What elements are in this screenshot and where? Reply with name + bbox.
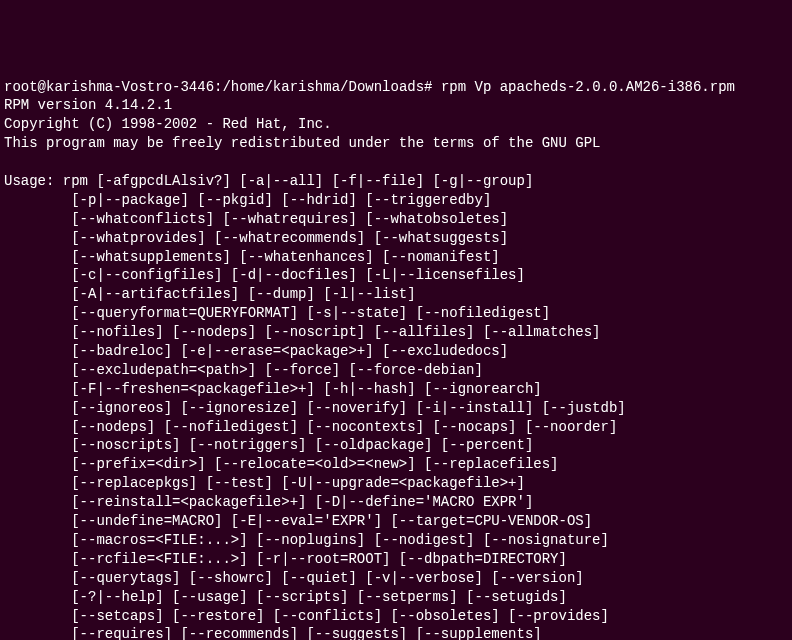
prompt-line-1: root@karishma-Vostro-3446:/home/karishma… <box>4 79 735 95</box>
command-text: rpm Vp apacheds-2.0.0.AM26-i386.rpm <box>441 79 735 95</box>
usage-header: Usage: rpm [-afgpcdLAlsiv?] [-a|--all] [… <box>4 173 533 189</box>
prompt-user: root@karishma-Vostro-3446 <box>4 79 214 95</box>
copyright-line: Copyright (C) 1998-2002 - Red Hat, Inc. <box>4 116 332 132</box>
prompt-path: /home/karishma/Downloads <box>222 79 424 95</box>
version-line: RPM version 4.14.2.1 <box>4 97 172 113</box>
gpl-line: This program may be freely redistributed… <box>4 135 601 151</box>
usage-options: [-p|--package] [--pkgid] [--hdrid] [--tr… <box>4 192 626 640</box>
terminal-output: root@karishma-Vostro-3446:/home/karishma… <box>4 78 788 640</box>
